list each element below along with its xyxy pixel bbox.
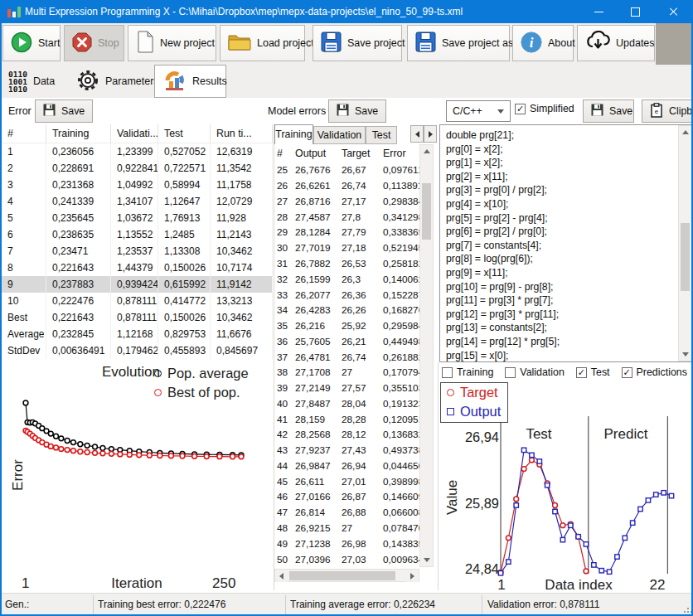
error-table-row[interactable]: 80,2216431,443790,15002610,7174: [2, 259, 273, 276]
model-table-row[interactable]: 4927,123826,980,143835: [277, 536, 419, 551]
code-line: prg[1] = x[2];: [440, 156, 692, 170]
error-table-row[interactable]: 50,2356451,036721,7691311,928: [2, 210, 273, 226]
tab-training[interactable]: Training: [274, 124, 313, 144]
panel-divider[interactable]: [274, 124, 274, 590]
error-panel-title: Error: [8, 105, 32, 117]
code-line: prg[10] = prg[9] - prg[8];: [440, 280, 692, 294]
error-table-row[interactable]: 70,234711,235371,1330810,3462: [2, 243, 273, 259]
language-select[interactable]: C/C++: [446, 100, 511, 122]
results-button[interactable]: Results: [154, 65, 226, 98]
plot-toggle-predictions[interactable]: Predictions: [622, 366, 687, 378]
model-table-row[interactable]: 4228,256828,120,136832: [277, 427, 419, 443]
model-table-row[interactable]: 4726,81426,880,066008: [277, 505, 419, 521]
model-table-row[interactable]: 4526,61127,010,398998: [277, 473, 419, 489]
model-table-row[interactable]: 4826,9215270,078470: [277, 521, 419, 536]
model-table-row[interactable]: 4027,848728,040,191323: [277, 395, 419, 411]
scroll-left-button[interactable]: [275, 570, 288, 582]
error-table-row[interactable]: 30,2313681,049920,5899411,1758: [2, 177, 273, 193]
hscroll-thumb[interactable]: [289, 571, 395, 580]
tab-test[interactable]: Test: [366, 126, 397, 144]
resize-grip[interactable]: [683, 605, 691, 614]
binary-icon: 0110 1001 1010: [8, 70, 27, 93]
save-model-errors-button[interactable]: Save: [328, 99, 386, 123]
code-line: prg[2] = x[11];: [440, 170, 692, 184]
about-button[interactable]: i About: [512, 25, 574, 61]
model-table-row[interactable]: 4327,923727,430,493738: [277, 443, 419, 458]
x-tick-min: 1: [22, 575, 29, 592]
model-table-row[interactable]: 3326,207726,360,152287: [277, 287, 419, 303]
error-table-row[interactable]: 10,2360561,233990,52705212,6319: [2, 143, 273, 160]
start-button[interactable]: Start: [2, 25, 61, 61]
simplified-checkbox[interactable]: Simplified: [515, 103, 574, 114]
scroll-right-button[interactable]: [406, 570, 419, 582]
model-table-row[interactable]: 5027,039627,030,009634: [277, 551, 419, 567]
vscroll-thumb[interactable]: [422, 183, 431, 240]
new-project-button[interactable]: New project: [128, 25, 216, 61]
model-table-row[interactable]: 3625,760526,210,449498: [277, 333, 419, 349]
gear-icon: [76, 69, 99, 95]
save-icon: [43, 104, 56, 119]
save-project-as-button[interactable]: Save project as: [407, 25, 510, 61]
model-table-row[interactable]: 3226,159926,30,140062: [277, 271, 419, 287]
error-column-header: Run ti...: [211, 124, 273, 143]
model-table-hscrollbar[interactable]: [274, 569, 419, 582]
scroll-up-button[interactable]: [420, 145, 433, 158]
plot-toggle-validation[interactable]: Validation: [505, 366, 565, 378]
code-vscrollbar[interactable]: [678, 125, 692, 361]
model-table-row[interactable]: 2526,767626,670,097612: [277, 162, 419, 178]
model-table-row[interactable]: 4128,15928,280,120951: [277, 411, 419, 427]
close-button[interactable]: [653, 0, 693, 23]
parameters-button[interactable]: Parameters: [70, 65, 154, 97]
data-button[interactable]: 0110 1001 1010 Data: [2, 65, 68, 97]
error-table-row[interactable]: 40,2413391,341071,1264712,0729: [2, 193, 273, 210]
model-table-row[interactable]: 3726,478126,740,261882: [277, 349, 419, 365]
vscroll-thumb[interactable]: [681, 223, 690, 291]
model-table-row[interactable]: 2626,626126,740,113891: [277, 178, 419, 194]
load-project-button[interactable]: Load project: [220, 25, 305, 61]
code-line: prg[12] = prg[3] * prg[11];: [440, 308, 692, 322]
checkbox-icon: [576, 367, 587, 378]
plot-toggle-test[interactable]: Test: [576, 366, 610, 378]
tab-scroll-left-button[interactable]: [410, 125, 424, 143]
model-table-row[interactable]: 2827,458727,80,341298: [277, 209, 419, 225]
model-table-row[interactable]: 3827,1708270,170794: [277, 365, 419, 381]
error-table-row[interactable]: 60,2386351,135521,248511,2143: [2, 226, 273, 243]
tab-scroll-right-button[interactable]: [424, 125, 437, 143]
model-table-row[interactable]: 3526,21625,920,295984: [277, 318, 419, 334]
svg-text:i: i: [530, 35, 534, 51]
error-table-row[interactable]: Best0,2216430,8781110,15002610,3462: [2, 309, 273, 326]
error-table-row[interactable]: Average0,2328451,121680,82975311,6676: [2, 326, 273, 342]
model-table-vscrollbar[interactable]: [419, 144, 434, 567]
circle-marker-icon: [447, 389, 454, 396]
scroll-down-button[interactable]: [420, 554, 433, 566]
model-table-row[interactable]: 2928,128427,790,338365: [277, 225, 419, 240]
arrow-right-icon: [429, 131, 433, 138]
scroll-down-button[interactable]: [679, 348, 691, 361]
model-table-row[interactable]: 4627,016626,870,146609: [277, 489, 419, 505]
error-table-row[interactable]: 100,2224760,8781110,41477213,3213: [2, 293, 273, 309]
code-panel[interactable]: double prg[21];prg[0] = x[2];prg[1] = x[…: [439, 124, 693, 362]
model-table-row[interactable]: 3027,701927,180,521945: [277, 240, 419, 256]
error-table-row[interactable]: 20,2286910,9228410,72257111,3542: [2, 160, 273, 177]
model-table-row[interactable]: 4426,984726,940,044650: [277, 458, 419, 474]
save-code-button[interactable]: Save: [583, 99, 634, 123]
error-table-row[interactable]: 90,2378830,9394240,61599211,9142: [2, 276, 273, 293]
region-predict-label: Predict: [601, 426, 651, 443]
model-table-row[interactable]: 3126,788226,530,258182: [277, 256, 419, 272]
updates-button[interactable]: Updates: [577, 25, 655, 61]
scroll-up-button[interactable]: [679, 126, 691, 138]
model-table-row[interactable]: 3927,214927,570,355103: [277, 381, 419, 396]
error-table-row[interactable]: StdDev0,006364910,1794620,4558930,845697: [2, 342, 273, 359]
plot-toggle-training[interactable]: Training: [442, 366, 493, 378]
save-project-button[interactable]: Save project: [313, 25, 402, 61]
toggle-label: Test: [591, 366, 610, 378]
tab-validation[interactable]: Validation: [313, 126, 366, 144]
maximize-button[interactable]: [617, 0, 653, 23]
code-line: prg[7] = constants[4];: [440, 239, 692, 253]
clipboard-button[interactable]: e Clipboard: [642, 99, 693, 123]
save-error-button[interactable]: Save: [35, 99, 93, 123]
x-tick-min: 1: [496, 577, 507, 594]
model-table-row[interactable]: 2726,871627,170,298384: [277, 194, 419, 210]
model-table-row[interactable]: 3426,428326,260,168276: [277, 303, 419, 318]
minimize-button[interactable]: [580, 0, 617, 23]
